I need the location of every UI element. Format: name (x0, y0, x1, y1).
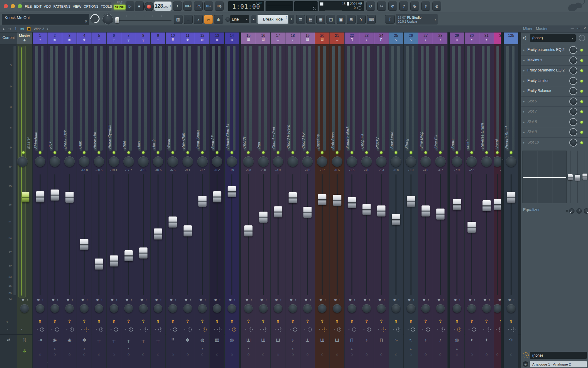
volume-fader[interactable] (36, 191, 44, 202)
automation-clock-icon[interactable] (382, 328, 386, 332)
pat-song-toggle[interactable]: PAT SONG (114, 1, 126, 10)
render-button[interactable]: ⇟ (421, 2, 430, 11)
route-to-master-icon[interactable]: ⇧ (359, 319, 374, 324)
loop-record-button[interactable]: Шϕ (215, 2, 224, 11)
route-to-master-icon[interactable]: ⇧ (195, 319, 209, 324)
route-to-master-icon[interactable]: ⇧ (62, 319, 77, 324)
mixer-track-6[interactable]: 6┬Noise Cymbal-19.1◀▶↕⇧┬⌂ (107, 33, 121, 368)
route-to-master-icon[interactable]: ⇧ (77, 319, 92, 324)
automation-clock-icon[interactable] (278, 328, 282, 332)
slot-mix-knob[interactable] (569, 46, 577, 54)
pan-knob[interactable] (168, 304, 177, 313)
track-enable-led[interactable] (22, 151, 25, 154)
track-header[interactable]: 16Ш (256, 33, 270, 44)
menu-file[interactable]: FILE (25, 5, 32, 8)
track-header[interactable]: 29◍ (450, 33, 464, 44)
remote-control-button[interactable]: Y (357, 15, 366, 24)
plugin-slot-1[interactable]: ▸Fruity parametric EQ 2 (521, 45, 588, 55)
pan-knob[interactable] (303, 304, 312, 313)
mixer-view-label[interactable]: Wide 3 (34, 27, 44, 31)
track-instrument-icon[interactable]: ✽ (77, 337, 92, 343)
automation-clock-icon[interactable] (203, 328, 207, 332)
slot-enable-led[interactable] (580, 121, 583, 124)
track-header[interactable]: 14◍ (225, 33, 239, 44)
track-instrument-icon[interactable]: Π (345, 337, 359, 343)
track-instrument-icon[interactable]: Ш (271, 337, 285, 343)
track-input-knob[interactable] (506, 156, 516, 167)
stop-button[interactable]: ■ (135, 2, 144, 11)
automation-clock-icon[interactable] (426, 328, 430, 332)
track-enable-led[interactable] (439, 151, 442, 154)
master-header[interactable]: Master ✚ (17, 33, 32, 44)
volume-fader[interactable] (244, 225, 253, 236)
tempo-display[interactable]: 128.000 ▲▼ (154, 2, 172, 11)
track-instrument-icon[interactable]: ♪ (285, 337, 300, 343)
automation-clock-icon[interactable] (511, 328, 515, 332)
track-header[interactable]: 21Ш (330, 33, 344, 44)
pat-label[interactable]: PAT (114, 1, 126, 4)
mixer-track-2[interactable]: 2◉Kick◀▶↕⇧◉∧⌂ (47, 33, 62, 368)
pan-knob[interactable] (80, 304, 89, 313)
menu-arrow-icon[interactable]: ▸ (3, 27, 5, 31)
mixer-track-7[interactable]: 7┬Ride-17.7◀▶↕⇧┬∧⌂ (121, 33, 136, 368)
mixer-track-17[interactable]: 17ШChord + Pad-3.9◀▶↕⇧Ш⌂ (271, 33, 285, 368)
link-button[interactable]: ∞ (204, 15, 213, 24)
track-input-knob[interactable] (347, 156, 357, 167)
slot-enable-led[interactable] (580, 131, 583, 134)
main-pitch-knob[interactable] (102, 13, 113, 25)
track-instrument-icon[interactable]: ⇥ (33, 337, 47, 343)
slot-enable-led[interactable] (580, 49, 583, 52)
track-enable-led[interactable] (262, 151, 265, 154)
track-instrument-icon[interactable]: Ш (315, 337, 330, 343)
track-header[interactable]: 18♪ (285, 33, 300, 44)
automation-clock-icon[interactable] (232, 328, 236, 332)
record-arm-clock-icon[interactable] (579, 35, 585, 41)
save-button[interactable]: ✇ (410, 2, 419, 11)
mixer-track-26[interactable]: 26∿String-1.0◀▶↕⇧∿∧⌂ (404, 33, 418, 368)
track-instrument-icon[interactable]: ♪ (418, 337, 433, 343)
track-input-knob[interactable] (243, 156, 254, 167)
pan-knob[interactable] (20, 304, 29, 313)
track-input-knob[interactable] (332, 156, 342, 167)
mixer-track-24[interactable]: 24ΠPlucky-3.3◀▶↕⇧Π⌂ (374, 33, 389, 368)
pan-knob[interactable] (407, 304, 415, 313)
output-device-selector[interactable]: Analogue 1 - Analogue 2 (530, 361, 587, 367)
mixer-track-16[interactable]: 16ШPad-5.0◀▶↕⇧Ш⌂ (256, 33, 270, 368)
plugin-slot-6[interactable]: ▸Slot 6 (521, 96, 588, 106)
track-enable-led[interactable] (365, 151, 368, 154)
mixer-track-29[interactable]: 29◍Snare-7.9◀▶↕⇧◍∧⌂ (450, 33, 464, 368)
volume-fader[interactable] (436, 209, 444, 220)
main-volume-knob[interactable] (89, 12, 101, 25)
menu-view[interactable]: VIEW (73, 5, 81, 8)
menu-patterns[interactable]: PATTERNS (53, 5, 70, 8)
track-instrument-icon[interactable]: Ш (300, 337, 315, 343)
master-fader-icon[interactable]: ⇅ (17, 337, 32, 343)
track-header[interactable]: 27♪ (418, 33, 433, 44)
pan-knob[interactable] (436, 304, 445, 313)
volume-fader[interactable] (421, 205, 430, 217)
route-to-master-icon[interactable]: ⇧ (241, 319, 256, 324)
track-input-knob[interactable] (153, 156, 163, 167)
volume-fader[interactable] (51, 190, 59, 201)
route-to-master-icon[interactable]: ⇧ (494, 319, 501, 324)
track-input-knob[interactable] (35, 156, 45, 167)
slot-enable-led[interactable] (580, 100, 583, 103)
mixer-track-9[interactable]: 9┬Hat 2-10.5◀▶↕⇧┬⌂ (151, 33, 165, 368)
peak-meter-panel[interactable] (294, 1, 318, 11)
track-enable-led[interactable] (127, 151, 130, 154)
track-header[interactable]: 12◍ (195, 33, 209, 44)
slot-enable-led[interactable] (580, 80, 583, 82)
track-input-knob[interactable] (138, 156, 149, 167)
route-to-master-icon[interactable]: ⇧ (300, 319, 315, 324)
mixer-track-23[interactable]: 23♪Chop FX-3.0◀▶↕⇧♪⌂ (359, 33, 374, 368)
mixer-track-4[interactable]: 4✽Clap-13.8◀▶↕⇧✽∧⌂ (77, 33, 92, 368)
audio-input-dropdown[interactable]: (none) ▸ (530, 34, 576, 42)
track-instrument-icon[interactable]: ⠿ (166, 337, 180, 343)
automation-clock-icon[interactable] (129, 328, 133, 332)
detach-button[interactable]: → (184, 15, 193, 24)
chevron-right-icon[interactable]: ▸ (47, 27, 49, 30)
volume-fader[interactable] (377, 205, 386, 217)
piano-roll-button[interactable]: ▤ (306, 15, 315, 24)
track-enable-led[interactable] (470, 151, 473, 154)
track-header[interactable]: 19Ш (300, 33, 315, 44)
